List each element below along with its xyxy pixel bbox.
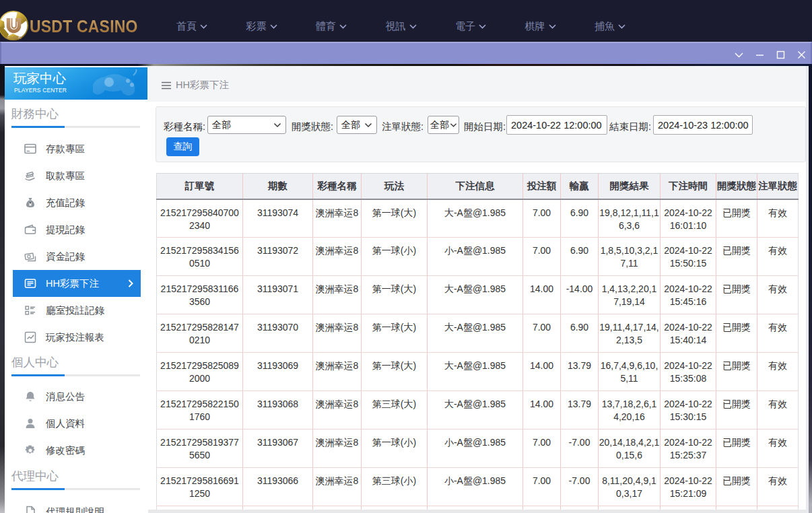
svg-text:CASINO: CASINO (7, 36, 22, 40)
